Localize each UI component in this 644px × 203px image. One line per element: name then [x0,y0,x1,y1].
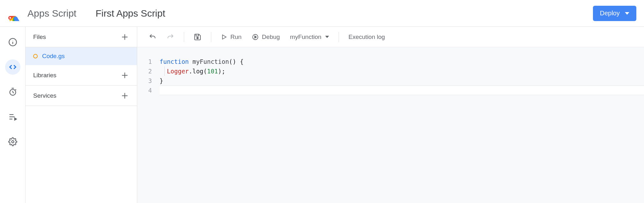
nav-rail [0,27,26,203]
apps-script-logo-icon [8,6,23,21]
caret-down-icon [325,36,329,38]
line-number: 3 [137,76,152,86]
redo-button[interactable] [163,31,178,43]
files-label: Files [33,34,46,41]
rail-triggers[interactable] [5,84,20,100]
add-library-button[interactable] [119,70,131,81]
undo-button[interactable] [145,31,160,43]
save-button[interactable] [190,31,205,43]
editor-area: Run Debug myFunction Execution log 1 2 3… [137,27,644,203]
add-service-button[interactable] [119,90,131,102]
code-area[interactable]: 1 2 3 4 function myFunction() { Logger.l… [137,47,644,203]
services-header: Services [26,86,137,106]
function-selector[interactable]: myFunction [286,31,333,43]
line-gutter: 1 2 3 4 [137,57,160,203]
line-number: 4 [137,86,152,95]
execution-log-button[interactable]: Execution log [345,31,389,43]
deploy-label: Deploy [600,10,620,17]
product-name: Apps Script [27,8,76,19]
svg-marker-29 [222,35,226,39]
add-file-button[interactable] [119,31,131,43]
rail-executions[interactable] [5,109,20,124]
svg-line-13 [13,92,14,93]
libraries-label: Libraries [33,72,56,79]
deploy-button[interactable]: Deploy [593,6,636,21]
file-name: Code.gs [42,53,65,60]
separator [211,32,211,42]
rail-overview[interactable] [5,34,20,50]
file-item-code[interactable]: Code.gs [26,47,137,65]
caret-down-icon [625,12,629,15]
modified-dot-icon [33,54,38,58]
separator [339,32,339,42]
run-label: Run [230,34,242,41]
libraries-header: Libraries [26,65,137,86]
svg-point-20 [11,141,14,143]
svg-rect-27 [196,34,198,36]
svg-point-28 [197,37,198,39]
svg-marker-31 [255,36,257,38]
logo-block: Apps Script [8,6,76,21]
svg-marker-19 [14,118,16,120]
header: Apps Script First Apps Script Deploy [0,0,644,27]
rail-editor[interactable] [5,59,20,75]
debug-label: Debug [262,34,280,41]
svg-point-4 [10,17,11,19]
rail-settings[interactable] [5,134,20,149]
separator [184,32,184,42]
code-content[interactable]: function myFunction() { Logger.log(101);… [160,57,644,203]
files-header: Files [26,27,137,47]
project-title[interactable]: First Apps Script [95,8,165,19]
function-selected: myFunction [290,34,321,41]
sidebar: Files Code.gs Libraries Services [26,27,137,203]
services-label: Services [33,92,56,99]
line-number: 1 [137,57,152,66]
debug-button[interactable]: Debug [248,31,284,43]
svg-line-15 [15,89,16,90]
execution-log-label: Execution log [348,34,385,41]
run-button[interactable]: Run [217,31,245,43]
line-number: 2 [137,66,152,76]
editor-toolbar: Run Debug myFunction Execution log [137,27,644,47]
